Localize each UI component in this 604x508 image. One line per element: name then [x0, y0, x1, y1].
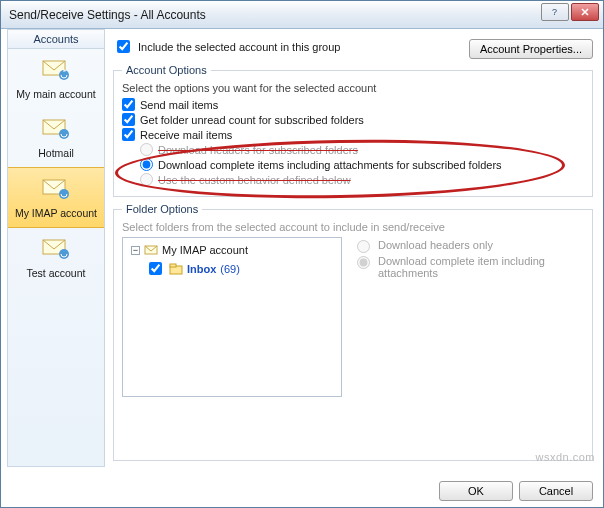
tree-inbox[interactable]: Inbox (69) [145, 259, 333, 278]
include-account-checkbox[interactable]: Include the selected account in this gro… [113, 37, 340, 56]
receive-mail-checkbox[interactable]: Receive mail items [122, 128, 584, 141]
mailbox-icon [144, 244, 158, 256]
unread-count-checkbox[interactable]: Get folder unread count for subscribed f… [122, 113, 584, 126]
account-options-hint: Select the options you want for the sele… [122, 82, 584, 94]
sidebar-item-label: My main account [10, 88, 102, 100]
folder-tree[interactable]: − My IMAP account Inbox (69) [122, 237, 342, 397]
tree-root[interactable]: − My IMAP account [131, 244, 333, 256]
folder-headers-radio: Download headers only [352, 239, 584, 253]
sidebar-item-label: Hotmail [10, 147, 102, 159]
main-panel: Include the selected account in this gro… [105, 29, 597, 467]
inbox-label: Inbox [187, 263, 216, 275]
sidebar-item-my-main-account[interactable]: My main account [8, 49, 104, 108]
dialog-window: Send/Receive Settings - All Accounts ? A… [0, 0, 604, 508]
inbox-count: (69) [220, 263, 240, 275]
accounts-sidebar: Accounts My main account Hotmail My IMAP… [7, 29, 105, 467]
folder-icon [169, 263, 183, 275]
sidebar-item-my-imap-account[interactable]: My IMAP account [8, 167, 104, 228]
collapse-icon[interactable]: − [131, 246, 140, 255]
window-title: Send/Receive Settings - All Accounts [9, 8, 206, 22]
cancel-button[interactable]: Cancel [519, 481, 593, 501]
help-button[interactable]: ? [541, 3, 569, 21]
account-icon [40, 174, 72, 202]
account-icon [40, 234, 72, 262]
folder-download-options: Download headers only Download complete … [352, 237, 584, 397]
close-button[interactable] [571, 3, 599, 21]
sidebar-item-label: My IMAP account [10, 207, 102, 219]
account-properties-button[interactable]: Account Properties... [469, 39, 593, 59]
sidebar-item-label: Test account [10, 267, 102, 279]
sidebar-item-test-account[interactable]: Test account [8, 228, 104, 287]
folder-complete-radio: Download complete item including attachm… [352, 255, 584, 279]
account-options-legend: Account Options [122, 64, 211, 76]
download-headers-radio[interactable]: Download headers for subscribed folders [140, 143, 584, 156]
folder-options-legend: Folder Options [122, 203, 202, 215]
svg-rect-11 [170, 264, 176, 267]
include-account-input[interactable] [117, 40, 130, 53]
send-mail-checkbox[interactable]: Send mail items [122, 98, 584, 111]
custom-behavior-radio[interactable]: Use the custom behavior defined below [140, 173, 584, 186]
include-account-label: Include the selected account in this gro… [138, 41, 340, 53]
inbox-checkbox[interactable] [149, 262, 162, 275]
sidebar-item-hotmail[interactable]: Hotmail [8, 108, 104, 167]
account-icon [40, 114, 72, 142]
account-options-group: Account Options Select the options you w… [113, 64, 593, 197]
ok-button[interactable]: OK [439, 481, 513, 501]
account-icon [40, 55, 72, 83]
sidebar-header: Accounts [8, 30, 104, 49]
svg-text:?: ? [552, 7, 557, 17]
dialog-footer: OK Cancel [439, 481, 593, 501]
tree-root-label: My IMAP account [162, 244, 248, 256]
download-complete-radio[interactable]: Download complete items including attach… [140, 158, 584, 171]
title-bar[interactable]: Send/Receive Settings - All Accounts ? [1, 1, 603, 29]
folder-options-group: Folder Options Select folders from the s… [113, 203, 593, 461]
folder-options-hint: Select folders from the selected account… [122, 221, 584, 233]
